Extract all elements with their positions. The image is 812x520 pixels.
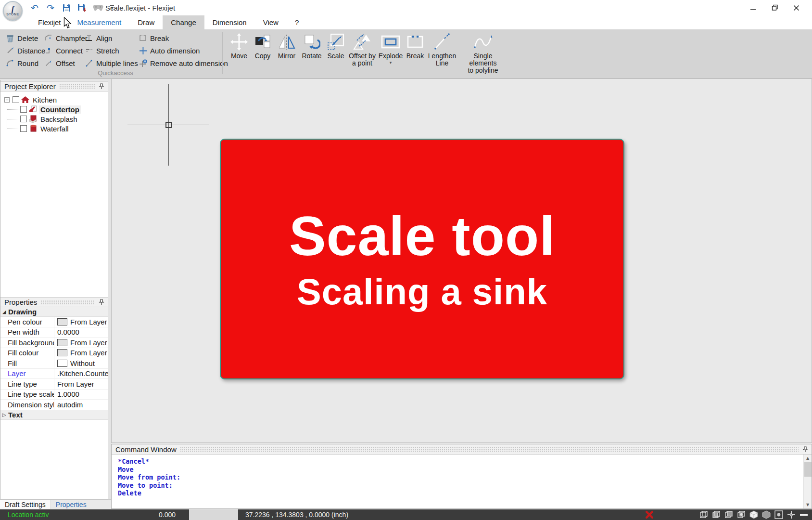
fill-colour-value[interactable]: From Layer — [54, 348, 108, 358]
lengthen-line-button[interactable]: Lengthen Line — [426, 30, 458, 67]
tree-item-backsplash[interactable]: Backsplash — [0, 114, 108, 124]
command-window-header[interactable]: Command Window — [112, 444, 812, 455]
tab-measurement[interactable]: Measurement — [69, 15, 130, 29]
pen-width-value[interactable]: 0.0000 — [54, 327, 108, 338]
pen-colour-value[interactable]: From Layer — [54, 317, 108, 327]
pen-colour-swatch[interactable] — [57, 318, 67, 325]
pin-icon[interactable] — [802, 446, 809, 453]
countertop-checkbox[interactable] — [20, 106, 27, 113]
layer-value[interactable]: .Kitchen.Countert — [54, 369, 108, 379]
property-grid: ◢ Drawing Pen colour From Layer Pen widt… — [0, 307, 108, 420]
multiple-lines-icon — [85, 59, 93, 67]
tree-item-waterfall[interactable]: Waterfall — [0, 124, 108, 133]
property-row-line-type: Line type From Layer — [0, 379, 108, 390]
break-small-button[interactable]: Break — [139, 32, 228, 44]
ribbon-group-label-quickaccess: Quickaccess — [72, 69, 159, 77]
scroll-up-icon[interactable]: ▲ — [806, 455, 809, 462]
delete-button[interactable]: Delete — [6, 32, 45, 44]
app-logo-button[interactable]: f STONE — [3, 1, 23, 21]
scrollbar-thumb[interactable] — [804, 462, 812, 477]
project-explorer-header[interactable]: Project Explorer — [0, 81, 108, 91]
fill-background-swatch[interactable] — [57, 339, 67, 346]
fill-background-text: From Layer — [70, 338, 107, 347]
pin-icon[interactable] — [98, 299, 105, 306]
cube-wire-icon[interactable] — [698, 510, 709, 520]
cancel-x-icon[interactable] — [645, 509, 654, 520]
tab-draw[interactable]: Draw — [129, 15, 163, 29]
align-button[interactable]: Align — [85, 32, 138, 44]
command-scrollbar[interactable]: ▲ ▼ — [803, 455, 812, 508]
section-text[interactable]: ▷ Text — [0, 410, 108, 420]
drawing-canvas[interactable]: Scale tool Scaling a sink — [111, 79, 812, 443]
line-type-value[interactable]: From Layer — [54, 379, 108, 389]
line-type-scale-value[interactable]: 1.0000 — [54, 390, 108, 400]
properties-header[interactable]: Properties — [0, 297, 108, 307]
multiple-lines-button[interactable]: Multiple lines — [85, 57, 138, 69]
pan-point-icon[interactable] — [786, 510, 796, 520]
fill-swatch[interactable] — [57, 360, 67, 367]
copy-icon — [254, 31, 271, 52]
fill-background-value[interactable]: From Layer — [54, 338, 108, 348]
offset-by-a-point-button[interactable]: Offset by a point — [347, 30, 377, 67]
tab-properties-bottom[interactable]: Properties — [51, 500, 91, 509]
kitchen-checkbox[interactable] — [13, 96, 19, 103]
tab-draft-settings[interactable]: Draft Settings — [0, 500, 51, 509]
tab-dimension[interactable]: Dimension — [204, 15, 255, 29]
scale-button[interactable]: Scale — [324, 30, 347, 60]
offset-button[interactable]: Offset — [44, 57, 88, 69]
distance-button[interactable]: Distance — [6, 44, 45, 57]
rotate-button[interactable]: Rotate — [299, 30, 324, 60]
connect-button[interactable]: Connect — [44, 44, 88, 57]
kitchen-label[interactable]: Kitchen — [31, 96, 58, 104]
zoom-out-icon[interactable] — [799, 510, 809, 520]
minimize-button[interactable] — [742, 0, 764, 15]
stretch-icon — [85, 46, 93, 55]
tab-help[interactable]: ? — [287, 15, 307, 29]
cube-wire4-icon[interactable] — [736, 510, 746, 520]
move-button[interactable]: Move — [227, 30, 251, 60]
tree-item-countertop[interactable]: Countertop — [0, 104, 108, 114]
remove-auto-dimension-button[interactable]: Remove auto dimension — [139, 57, 228, 69]
copy-button[interactable]: Copy — [251, 30, 274, 60]
countertop-label[interactable]: Countertop — [39, 105, 81, 114]
round-button[interactable]: Round — [6, 57, 45, 69]
close-button[interactable] — [786, 0, 807, 15]
scroll-down-icon[interactable]: ▼ — [806, 501, 809, 508]
stretch-button[interactable]: Stretch — [85, 44, 138, 57]
tab-view[interactable]: View — [255, 15, 287, 29]
explode-button[interactable]: Explode ▾ — [377, 30, 404, 65]
fill-value[interactable]: Without — [54, 358, 108, 368]
single-elements-to-polyline-button[interactable]: Single elements to polyline — [458, 30, 508, 74]
copy-label: Copy — [255, 52, 271, 60]
dimension-style-value[interactable]: autodim — [54, 400, 108, 410]
expander-icon[interactable]: − — [4, 97, 10, 103]
redo-icon[interactable]: ↷ — [45, 2, 56, 13]
gamepad-icon[interactable] — [92, 2, 104, 13]
section-drawing[interactable]: ◢ Drawing — [0, 307, 108, 317]
mirror-button[interactable]: Mirror — [274, 30, 299, 60]
fill-colour-swatch[interactable] — [57, 349, 67, 356]
waterfall-label[interactable]: Waterfall — [39, 125, 70, 133]
tab-change[interactable]: Change — [163, 15, 204, 29]
backsplash-checkbox[interactable] — [20, 116, 27, 122]
cube-wire3-icon[interactable] — [723, 510, 734, 520]
cube-wire2-icon[interactable] — [711, 510, 721, 520]
champfer-button[interactable]: Champfer — [44, 32, 88, 44]
cube-shaded-icon[interactable] — [761, 510, 771, 520]
command-window-body[interactable]: *Cancel* Move Move from point: Move to p… — [112, 455, 812, 508]
coordinate-readout: 37.2236 , 134.3803 , 0.0000 (inch) — [245, 509, 348, 520]
tree-item-kitchen[interactable]: − Kitchen — [0, 95, 108, 104]
pin-icon[interactable] — [98, 83, 105, 90]
point-style-icon[interactable] — [774, 510, 784, 520]
cube-solid-icon[interactable] — [749, 510, 759, 520]
break-button[interactable]: Break — [404, 30, 426, 60]
line-type-label: Line type — [0, 380, 54, 388]
explode-dropdown-caret[interactable]: ▾ — [390, 61, 392, 65]
maximize-button[interactable] — [764, 0, 786, 15]
save-icon[interactable] — [61, 2, 72, 13]
save-export-icon[interactable] — [76, 2, 88, 13]
undo-icon[interactable]: ↶ — [29, 2, 40, 13]
waterfall-checkbox[interactable] — [20, 125, 27, 132]
backsplash-label[interactable]: Backsplash — [39, 115, 79, 123]
auto-dimension-button[interactable]: Auto dimension — [139, 44, 228, 57]
